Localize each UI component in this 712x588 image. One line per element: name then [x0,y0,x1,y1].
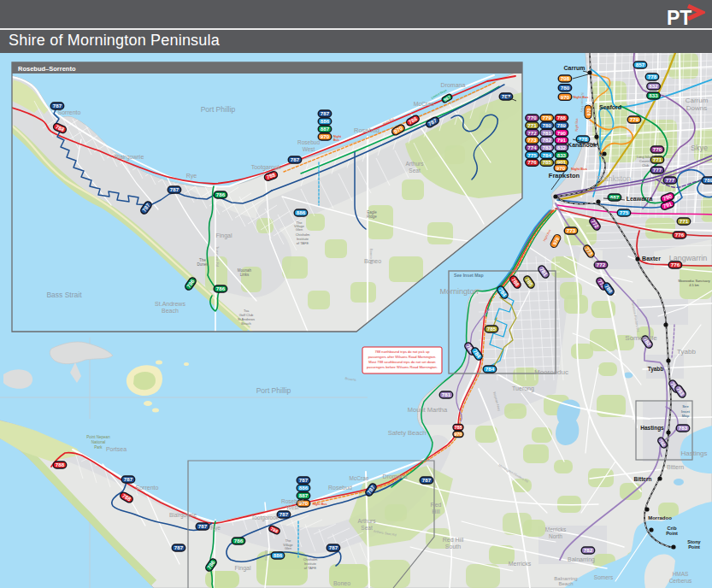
svg-text:Rosebud: Rosebud [281,498,303,504]
svg-text:Fingal: Fingal [234,565,251,572]
svg-text:776: 776 [675,232,685,238]
svg-text:West: West [286,504,299,510]
svg-text:McCrae: McCrae [414,101,435,107]
svg-text:Dunes: Dunes [197,262,209,267]
svg-text:passengers before Wilsons Road: passengers before Wilsons Road Morningto… [367,365,438,369]
svg-text:708: 708 [561,75,570,81]
svg-text:770: 770 [653,146,662,152]
svg-text:Rosebud: Rosebud [297,139,320,145]
svg-text:Night Bus: Night Bus [575,118,579,131]
svg-text:833: 833 [649,92,658,98]
svg-text:Map: Map [682,414,690,418]
svg-text:780: 780 [561,85,570,91]
svg-text:832: 832 [649,83,658,89]
svg-text:787: 787 [53,103,62,109]
svg-text:786: 786 [216,191,226,197]
svg-text:Dromana: Dromana [383,473,408,479]
svg-text:Club: Club [642,163,650,168]
svg-text:Point Nepean: Point Nepean [86,435,110,439]
svg-text:Hastings: Hastings [640,425,664,432]
svg-text:Most 788 southbound trips do n: Most 788 southbound trips do not set dow… [368,360,436,364]
svg-text:778: 778 [648,74,657,79]
svg-text:Blairgowrie: Blairgowrie [115,154,144,161]
svg-text:774: 774 [527,144,537,150]
svg-text:Frankston: Frankston [597,174,631,183]
svg-text:Boneo: Boneo [264,550,268,561]
svg-text:Night Bus: Night Bus [571,167,588,171]
svg-text:Seat: Seat [361,525,373,531]
svg-text:782: 782 [543,137,552,143]
svg-text:of TAFE: of TAFE [297,241,309,245]
svg-text:Truemans Rd: Truemans Rd [215,246,220,267]
svg-text:Glen: Glen [296,227,303,232]
svg-text:776: 776 [527,159,537,165]
svg-text:Port Phillip: Port Phillip [201,105,236,114]
svg-text:Sorrento: Sorrento [58,109,81,115]
svg-text:National: National [91,440,106,444]
svg-text:See Inset Map: See Inset Map [454,273,484,278]
svg-text:Frankston: Frankston [549,172,580,179]
svg-text:970: 970 [561,94,570,100]
svg-text:Tootgarook: Tootgarook [251,514,280,521]
svg-text:781: 781 [543,130,552,136]
svg-text:Boneo Rd: Boneo Rd [369,249,374,264]
svg-text:Glen: Glen [285,547,291,550]
svg-text:Portsea: Portsea [106,446,127,452]
svg-text:Carrum: Carrum [564,65,585,71]
svg-text:Port Phillip: Port Phillip [256,386,291,395]
svg-text:Links: Links [240,273,250,277]
svg-text:787: 787 [329,544,338,550]
svg-text:Skye: Skye [691,144,708,152]
svg-text:Dromana: Dromana [441,82,466,88]
svg-text:857: 857 [636,62,645,68]
svg-text:Merricks: Merricks [545,526,567,532]
svg-text:Village: Village [283,544,292,547]
svg-text:Downs: Downs [686,104,707,112]
svg-text:Inset: Inset [681,409,690,414]
svg-text:Moorooduc Sanctuary: Moorooduc Sanctuary [678,279,709,283]
svg-text:Safety Beach: Safety Beach [388,429,427,437]
svg-text:See: See [682,404,689,409]
svg-text:Baxter: Baxter [642,256,661,262]
svg-text:787: 787 [321,110,330,116]
svg-text:787: 787 [299,477,309,483]
svg-text:788 northbound trips do not pi: 788 northbound trips do not pick up [374,350,430,354]
svg-text:Beach: Beach [558,581,573,586]
svg-text:Bus: Bus [333,138,339,142]
svg-text:776: 776 [671,262,680,268]
svg-text:789: 789 [557,122,567,128]
svg-text:784: 784 [485,366,495,372]
svg-text:771: 771 [653,156,662,162]
svg-text:773: 773 [527,137,537,143]
svg-text:West: West [303,146,315,152]
svg-text:Langwarrin: Langwarrin [669,254,708,262]
svg-text:Nepean Hwy: Nepean Hwy [580,93,585,113]
svg-text:832: 832 [557,144,567,150]
svg-text:779: 779 [543,115,552,121]
svg-text:Rosebud–Sorrento: Rosebud–Sorrento [18,65,76,73]
svg-text:775: 775 [620,209,629,215]
svg-text:777: 777 [653,167,662,173]
svg-text:Ridge: Ridge [367,215,377,219]
svg-text:McCrae: McCrae [350,475,369,481]
svg-text:Night Bus: Night Bus [313,503,327,506]
svg-text:785: 785 [487,326,497,332]
svg-text:777: 777 [666,177,675,183]
svg-text:Cerberus: Cerberus [669,578,692,584]
svg-text:773: 773 [567,227,576,233]
svg-text:783: 783 [679,425,688,431]
svg-text:970: 970 [321,133,330,139]
svg-text:Rosebud: Rosebud [328,485,352,491]
svg-text:788: 788 [454,425,462,430]
svg-text:Tyabb: Tyabb [677,348,696,356]
svg-text:790: 790 [557,130,567,136]
svg-text:Beach: Beach [241,321,250,326]
svg-text:The: The [285,539,291,543]
svg-text:St.Andrews: St.Andrews [155,301,185,307]
svg-text:786: 786 [234,538,244,544]
svg-text:Park: Park [94,445,103,450]
svg-text:779: 779 [630,116,639,122]
svg-text:Beach: Beach [162,308,179,314]
svg-text:Rye: Rye [210,525,221,532]
svg-text:HMAS: HMAS [673,571,689,577]
